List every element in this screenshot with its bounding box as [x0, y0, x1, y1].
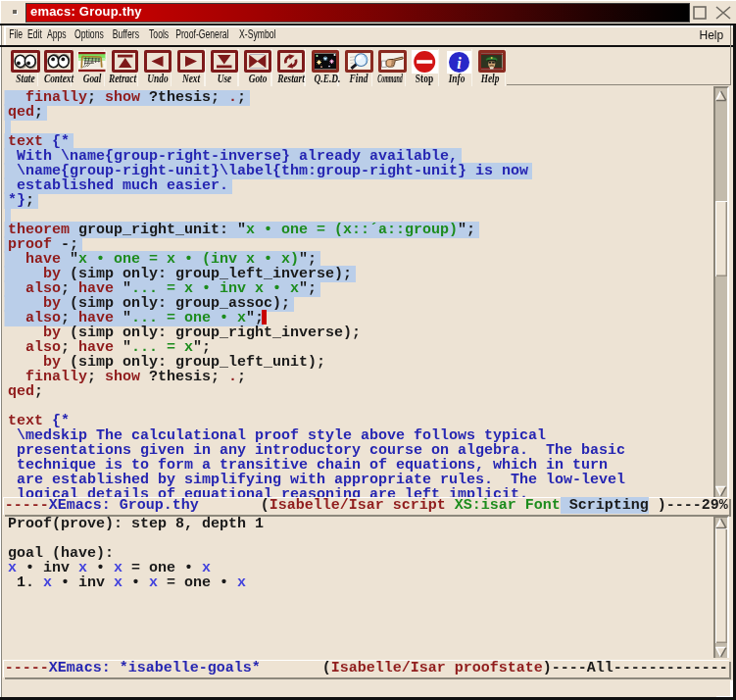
svg-text:i: i [457, 55, 462, 72]
